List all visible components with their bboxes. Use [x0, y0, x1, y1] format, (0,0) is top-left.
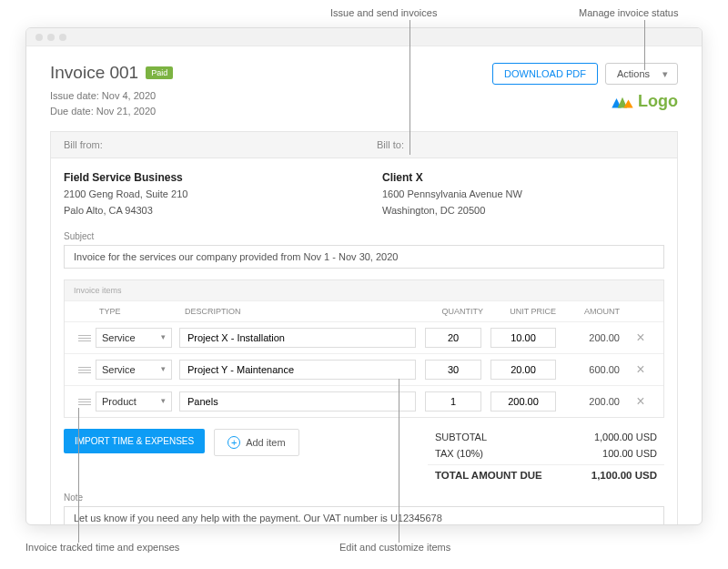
plus-icon: + [228, 436, 240, 449]
quantity-input[interactable] [425, 328, 481, 348]
bill-from-name: Field Service Business [64, 171, 183, 184]
window-titlebar [26, 28, 702, 46]
table-row: Service 600.00 × [65, 354, 663, 386]
drag-handle-icon[interactable] [74, 367, 96, 373]
invoice-items-table: Invoice items TYPE DESCRIPTION QUANTITY … [64, 279, 664, 418]
description-input[interactable] [179, 391, 416, 412]
total-label: TOTAL AMOUNT DUE [435, 470, 542, 481]
bill-to-name: Client X [382, 171, 423, 184]
note-input[interactable] [64, 506, 664, 525]
delete-row-icon[interactable]: × [627, 330, 654, 346]
logo-icon [611, 93, 634, 111]
invoice-panel: Bill from: Bill to: Field Service Busine… [50, 131, 678, 525]
totals-block: SUBTOTAL1,000.00 USD TAX (10%)100.00 USD… [428, 429, 664, 483]
issue-date: Issue date: Nov 4, 2020 [50, 88, 173, 104]
window-dot [47, 34, 55, 41]
type-select[interactable]: Service [96, 360, 172, 380]
description-input[interactable] [179, 360, 416, 380]
logo-text: Logo [638, 92, 678, 111]
bill-from-label: Bill from: [51, 132, 364, 157]
unit-price-input[interactable] [490, 328, 556, 348]
bill-from-address: Field Service Business 2100 Geng Road, S… [64, 169, 346, 218]
col-quantity: QUANTITY [421, 307, 483, 316]
download-pdf-button[interactable]: DOWNLOAD PDF [492, 63, 598, 85]
tax-value: 100.00 USD [602, 448, 657, 459]
tax-label: TAX (10%) [435, 448, 483, 459]
annotation-line [399, 379, 399, 543]
type-select[interactable]: Service [96, 328, 172, 348]
subtotal-value: 1,000.00 USD [594, 432, 657, 442]
import-time-expenses-button[interactable]: IMPORT TIME & EXPENSES [64, 429, 205, 453]
subtotal-label: SUBTOTAL [435, 432, 487, 442]
annotation-line [410, 20, 410, 155]
amount-value: 200.00 [556, 396, 627, 407]
annotation-edit-customize: Edit and customize items [339, 542, 450, 553]
type-select[interactable]: Product [96, 391, 172, 412]
total-value: 1,100.00 USD [592, 470, 657, 481]
annotation-invoice-tracked: Invoice tracked time and expenses [25, 542, 179, 553]
drag-handle-icon[interactable] [74, 399, 96, 405]
col-description: DESCRIPTION [177, 307, 421, 316]
page-title: Invoice 001 [50, 63, 138, 83]
drag-handle-icon[interactable] [74, 335, 96, 341]
actions-dropdown[interactable]: Actions [605, 63, 678, 85]
delete-row-icon[interactable]: × [627, 393, 654, 410]
amount-value: 600.00 [556, 364, 627, 375]
window-dot [59, 34, 66, 41]
items-header: Invoice items [65, 280, 663, 301]
bill-to-address: Client X 1600 Pennsylvania Avenue NW Was… [382, 169, 664, 218]
bill-to-label: Bill to: [364, 132, 677, 157]
delete-row-icon[interactable]: × [627, 361, 654, 378]
table-row: Service 200.00 × [65, 322, 663, 354]
app-window: Invoice 001 Paid Issue date: Nov 4, 2020… [25, 27, 703, 525]
unit-price-input[interactable] [490, 391, 556, 412]
annotation-line [644, 20, 645, 70]
due-date: Due date: Nov 21, 2020 [50, 104, 173, 119]
note-label: Note [64, 493, 664, 503]
annotation-issue-send: Issue and send invoices [330, 7, 437, 18]
status-badge: Paid [146, 66, 173, 79]
subject-label: Subject [64, 231, 664, 241]
quantity-input[interactable] [425, 360, 481, 380]
col-amount: AMOUNT [556, 307, 627, 316]
add-item-button[interactable]: + Add item [214, 429, 298, 456]
col-unit-price: UNIT PRICE [483, 307, 556, 316]
add-item-label: Add item [246, 437, 285, 448]
annotation-line [78, 408, 79, 543]
amount-value: 200.00 [556, 332, 627, 343]
company-logo: Logo [611, 92, 678, 111]
quantity-input[interactable] [425, 391, 481, 412]
table-row: Product 200.00 × [65, 386, 663, 417]
invoice-dates: Issue date: Nov 4, 2020 Due date: Nov 21… [50, 88, 173, 118]
description-input[interactable] [179, 328, 416, 348]
window-dot [35, 34, 43, 41]
subject-input[interactable] [64, 245, 664, 269]
col-type: TYPE [96, 307, 177, 316]
unit-price-input[interactable] [490, 360, 556, 380]
annotation-manage-status: Manage invoice status [579, 7, 678, 18]
